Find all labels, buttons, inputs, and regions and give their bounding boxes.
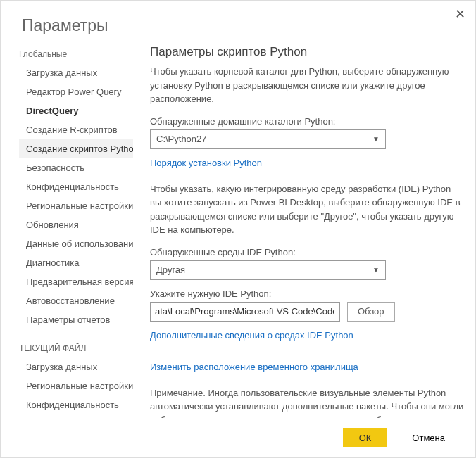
ide-label: Обнаруженные среды IDE Python: [150, 247, 464, 257]
dialog-footer: ОК Отмена [1, 418, 475, 457]
browse-button[interactable]: Обзор [347, 302, 395, 322]
sidebar-item-cf-data-load[interactable]: Загрузка данных [19, 357, 133, 376]
sidebar-item-cf-privacy[interactable]: Конфиденциальность [19, 395, 133, 414]
sidebar-item-diagnostics[interactable]: Диагностика [19, 253, 133, 272]
chevron-down-icon: ▼ [372, 266, 380, 274]
options-dialog: ✕ Параметры Глобальные Загрузка данных Р… [0, 0, 476, 458]
sidebar-item-updates[interactable]: Обновления [19, 215, 133, 234]
change-temp-link[interactable]: Изменить расположение временного хранили… [150, 362, 358, 372]
content-panel: Параметры скриптов Python Чтобы указать … [133, 45, 475, 418]
sidebar-section-currentfile: ТЕКУЩИЙ ФАЙЛ [19, 339, 133, 357]
idepath-row: Обзор [150, 302, 464, 322]
close-icon[interactable]: ✕ [455, 8, 465, 20]
sidebar-item-data-load[interactable]: Загрузка данных [19, 63, 133, 82]
sidebar-item-directquery[interactable]: DirectQuery [19, 101, 133, 120]
chevron-down-icon: ▼ [372, 135, 380, 143]
sidebar-item-usage-data[interactable]: Данные об использовании [19, 234, 133, 253]
sidebar-item-r-scripting[interactable]: Создание R-скриптов [19, 120, 133, 139]
content-heading: Параметры скриптов Python [150, 45, 464, 59]
sidebar-item-report-settings[interactable]: Параметры отчетов [19, 310, 133, 329]
sidebar-item-power-query[interactable]: Редактор Power Query [19, 82, 133, 101]
homedir-label: Обнаруженные домашние каталоги Python: [150, 116, 464, 127]
idepath-label: Укажите нужную IDE Python: [150, 288, 464, 299]
ok-button[interactable]: ОК [343, 428, 388, 447]
sidebar-item-python-scripting[interactable]: Создание скриптов Python [19, 139, 133, 158]
ide-select[interactable]: Другая ▼ [150, 260, 386, 280]
ide-intro-text: Чтобы указать, какую интегрированную сре… [150, 182, 464, 237]
sidebar-item-auto-recovery[interactable]: Автовосстановление [19, 291, 133, 310]
sidebar-section-global: Глобальные [19, 45, 133, 63]
dialog-body: Глобальные Загрузка данных Редактор Powe… [1, 45, 475, 418]
ide-more-info-link[interactable]: Дополнительные сведения о средах IDE Pyt… [150, 330, 353, 341]
sidebar-item-regional[interactable]: Региональные настройки [19, 196, 133, 215]
sidebar-item-privacy[interactable]: Конфиденциальность [19, 177, 133, 196]
sidebar-item-cf-regional[interactable]: Региональные настройки [19, 376, 133, 395]
sidebar-item-security[interactable]: Безопасность [19, 158, 133, 177]
sidebar-item-cf-auto-recovery[interactable]: Автовосстановление [19, 414, 133, 418]
sidebar-item-preview-features[interactable]: Предварительная версия функций [19, 272, 133, 291]
idepath-input[interactable] [150, 302, 340, 322]
ide-value: Другая [156, 265, 185, 275]
install-python-link[interactable]: Порядок установки Python [150, 158, 262, 168]
sidebar: Глобальные Загрузка данных Редактор Powe… [19, 45, 133, 418]
cancel-button[interactable]: Отмена [396, 428, 461, 447]
homedir-select[interactable]: C:\Python27 ▼ [150, 129, 386, 149]
intro-text: Чтобы указать корневой каталог для Pytho… [150, 65, 464, 106]
note-text: Примечание. Иногда пользовательские визу… [150, 386, 464, 419]
homedir-value: C:\Python27 [156, 134, 207, 144]
dialog-title: Параметры [1, 1, 475, 45]
